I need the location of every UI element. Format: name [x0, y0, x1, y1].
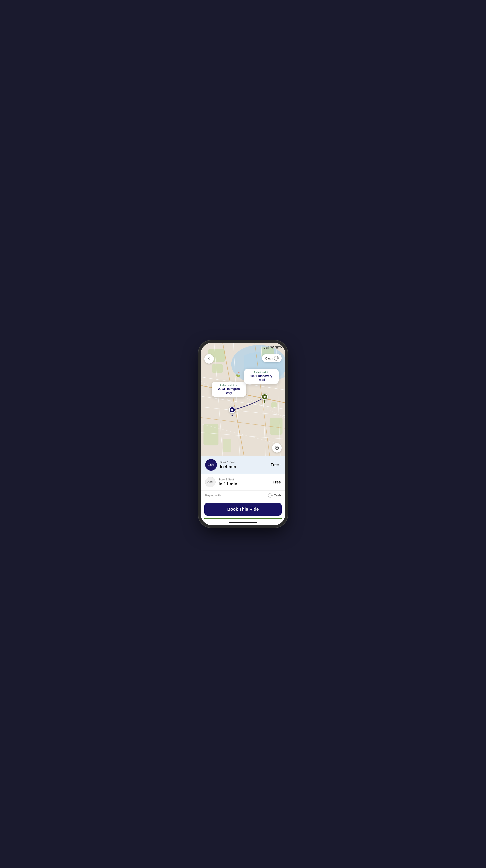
home-indicator	[201, 519, 285, 525]
payment-badge-label: Cash	[265, 356, 273, 360]
ride-label-1: Book 1 Seat	[220, 461, 268, 464]
svg-text:⛳: ⛳	[235, 372, 240, 377]
locate-button[interactable]	[272, 443, 282, 453]
paying-with-value: Cash	[268, 493, 281, 497]
ride-time-1: In 4 min	[220, 464, 268, 469]
gbm-dark-text: GBM	[208, 463, 214, 467]
svg-rect-6	[204, 424, 218, 445]
ride-option-1[interactable]: GBM Book 1 Seat In 4 min Free ›	[201, 456, 285, 474]
map-area: ⛳ Cash A short walk from 2993 Holmgren W…	[201, 343, 285, 456]
pay-cash-icon	[268, 493, 272, 497]
paying-with-label: Paying with:	[205, 494, 221, 497]
svg-rect-5	[270, 417, 282, 435]
gbm-logo-light: GBM	[205, 477, 216, 487]
svg-rect-7	[223, 439, 231, 452]
ride-info-1: Book 1 Seat In 4 min	[220, 461, 268, 469]
pin-from	[229, 407, 236, 416]
callout-from-title: 2993 Holmgren Way	[215, 387, 243, 395]
ride-price-2: Free	[273, 480, 281, 485]
callout-from: A short walk from 2993 Holmgren Way	[212, 382, 246, 397]
home-bar	[229, 522, 257, 523]
book-ride-button[interactable]: Book This Ride	[204, 503, 282, 516]
battery-icon	[275, 346, 281, 349]
ride-option-2[interactable]: GBM Book 1 Seat In 11 min Free	[201, 474, 285, 491]
pay-method-text: Cash	[274, 494, 281, 497]
payment-badge[interactable]: Cash	[262, 354, 282, 362]
back-button[interactable]	[204, 354, 214, 364]
svg-point-26	[276, 447, 278, 448]
signal-icon	[264, 346, 269, 349]
paying-with-row[interactable]: Paying with: Cash	[201, 491, 285, 500]
svg-rect-3	[212, 364, 223, 373]
cash-icon	[274, 356, 279, 361]
gbm-logo-dark: GBM	[205, 459, 217, 471]
ride-time-2: In 11 min	[219, 482, 270, 487]
chevron-right-icon: ›	[280, 463, 281, 467]
ride-price-1: Free ›	[271, 463, 281, 467]
ride-price-value-1: Free	[271, 463, 279, 467]
wifi-icon	[270, 346, 274, 349]
callout-to: A short walk to 1001 Discovery Road	[244, 369, 279, 384]
ride-info-2: Book 1 Seat In 11 min	[219, 478, 270, 487]
ride-label-2: Book 1 Seat	[219, 478, 270, 481]
bottom-panel: GBM Book 1 Seat In 4 min Free › GBM Book…	[201, 456, 285, 525]
phone-shell: ⛳ Cash A short walk from 2993 Holmgren W…	[201, 343, 285, 525]
pin-to	[261, 394, 268, 403]
ride-price-value-2: Free	[273, 480, 281, 485]
status-bar	[201, 343, 285, 352]
callout-to-subtitle: A short walk to	[247, 371, 276, 374]
gbm-light-text: GBM	[207, 480, 213, 484]
callout-from-subtitle: A short walk from	[215, 384, 243, 386]
callout-to-title: 1001 Discovery Road	[247, 374, 276, 382]
